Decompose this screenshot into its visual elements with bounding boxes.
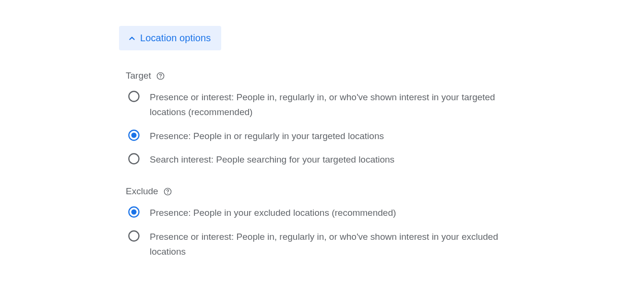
svg-point-9 [131,210,137,215]
radio-unselected-icon [128,230,140,242]
help-icon[interactable] [163,187,172,196]
help-icon[interactable] [156,71,165,81]
radio-unselected-icon [128,153,140,165]
option-label: Presence: People in your excluded locati… [150,205,396,220]
target-title: Target [126,70,151,81]
radio-selected-icon [128,129,140,141]
option-label: Presence: People in or regularly in your… [150,129,384,143]
exclude-option-presence-or-interest[interactable]: Presence or interest: People in, regular… [128,229,532,259]
target-option-presence-or-interest[interactable]: Presence or interest: People in, regular… [128,90,532,120]
exclude-option-presence[interactable]: Presence: People in your excluded locati… [128,205,532,220]
svg-point-5 [129,154,139,164]
exclude-title: Exclude [126,186,158,197]
target-option-presence[interactable]: Presence: People in or regularly in your… [128,129,532,143]
exclude-section-header: Exclude [126,186,532,197]
chevron-up-icon [127,33,137,44]
svg-point-10 [129,231,139,241]
svg-point-4 [131,132,137,138]
svg-point-2 [129,92,139,102]
target-section-header: Target [126,70,532,81]
location-options-expander[interactable]: Location options [119,26,221,50]
svg-point-1 [160,77,161,78]
expander-label: Location options [140,33,211,44]
radio-unselected-icon [128,90,140,103]
svg-point-7 [167,193,168,194]
option-label: Presence or interest: People in, regular… [150,229,514,259]
option-label: Search interest: People searching for yo… [150,152,394,167]
target-option-search-interest[interactable]: Search interest: People searching for yo… [128,152,532,167]
option-label: Presence or interest: People in, regular… [150,90,514,120]
radio-selected-icon [128,206,140,218]
